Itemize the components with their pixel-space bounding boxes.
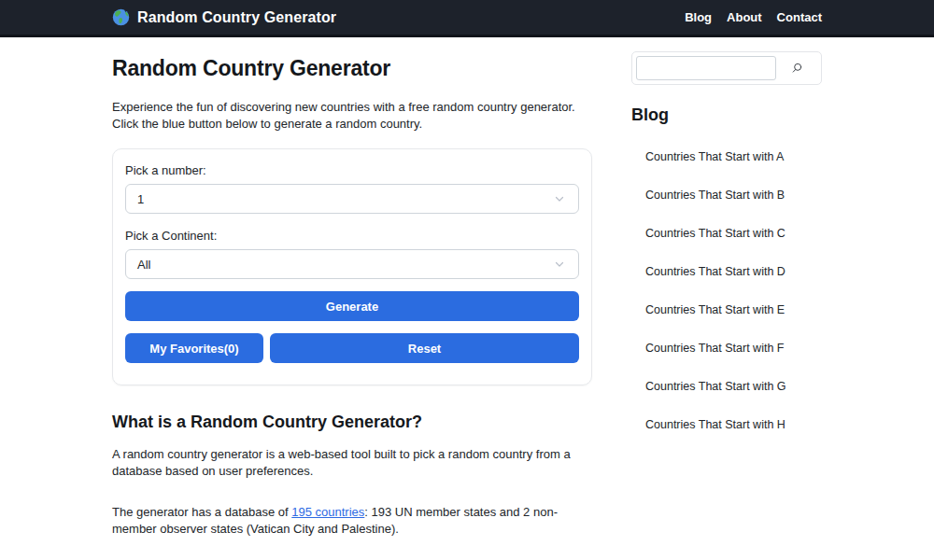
nav-blog[interactable]: Blog — [685, 10, 712, 24]
blog-heading: Blog — [631, 105, 822, 125]
continent-select[interactable]: All — [125, 249, 579, 279]
blog-post-link-b[interactable]: Countries That Start with B — [645, 189, 785, 202]
number-select-value: 1 — [137, 192, 144, 206]
search-button[interactable] — [776, 56, 817, 80]
page-title: Random Country Generator — [112, 56, 592, 81]
sidebar: Blog Countries That Start with A Countri… — [631, 37, 822, 560]
number-label: Pick a number: — [125, 163, 579, 177]
search-input[interactable] — [636, 56, 776, 80]
list-item: Countries That Start with H — [631, 415, 822, 432]
blog-post-link-h[interactable]: Countries That Start with H — [645, 418, 785, 431]
search-icon — [790, 62, 803, 75]
countries-link[interactable]: 195 countries — [291, 505, 364, 519]
top-nav: Blog About Contact — [685, 10, 822, 24]
intro-text: Experience the fun of discovering new co… — [112, 99, 592, 133]
p2-text-before: The generator has a database of — [112, 505, 291, 519]
nav-contact[interactable]: Contact — [777, 10, 822, 24]
blog-post-link-g[interactable]: Countries That Start with G — [645, 380, 786, 393]
blog-post-link-a[interactable]: Countries That Start with A — [645, 150, 784, 163]
main-content: Random Country Generator Experience the … — [112, 37, 592, 560]
search-box — [631, 51, 822, 85]
secondary-buttons-row: My Favorites(0) Reset — [125, 333, 579, 363]
blog-post-link-d[interactable]: Countries That Start with D — [645, 265, 785, 278]
about-paragraph-1: A random country generator is a web-base… — [112, 446, 592, 480]
reset-button[interactable]: Reset — [270, 333, 579, 363]
list-item: Countries That Start with C — [631, 224, 822, 241]
list-item: Countries That Start with A — [631, 147, 822, 164]
about-paragraph-2: The generator has a database of 195 coun… — [112, 504, 592, 538]
continent-select-value: All — [137, 258, 150, 272]
list-item: Countries That Start with B — [631, 186, 822, 203]
blog-post-link-c[interactable]: Countries That Start with C — [645, 227, 785, 240]
globe-icon — [112, 8, 130, 26]
site-header: Random Country Generator Blog About Cont… — [0, 0, 934, 37]
generator-card: Pick a number: 1 Pick a Continent: All G… — [112, 148, 592, 385]
brand-title: Random Country Generator — [137, 9, 336, 26]
chevron-down-icon — [554, 193, 565, 204]
list-item: Countries That Start with F — [631, 339, 822, 356]
nav-about[interactable]: About — [727, 10, 762, 24]
list-item: Countries That Start with D — [631, 262, 822, 279]
brand-logo[interactable]: Random Country Generator — [112, 8, 336, 26]
favorites-button[interactable]: My Favorites(0) — [125, 333, 263, 363]
list-item: Countries That Start with G — [631, 377, 822, 394]
generate-button[interactable]: Generate — [125, 291, 579, 321]
number-select[interactable]: 1 — [125, 184, 579, 214]
continent-label: Pick a Continent: — [125, 229, 579, 243]
blog-post-list: Countries That Start with A Countries Th… — [631, 147, 822, 432]
chevron-down-icon — [554, 259, 565, 270]
blog-post-link-e[interactable]: Countries That Start with E — [645, 303, 785, 316]
about-heading: What is a Random Country Generator? — [112, 413, 592, 432]
list-item: Countries That Start with E — [631, 301, 822, 317]
blog-post-link-f[interactable]: Countries That Start with F — [645, 342, 784, 355]
